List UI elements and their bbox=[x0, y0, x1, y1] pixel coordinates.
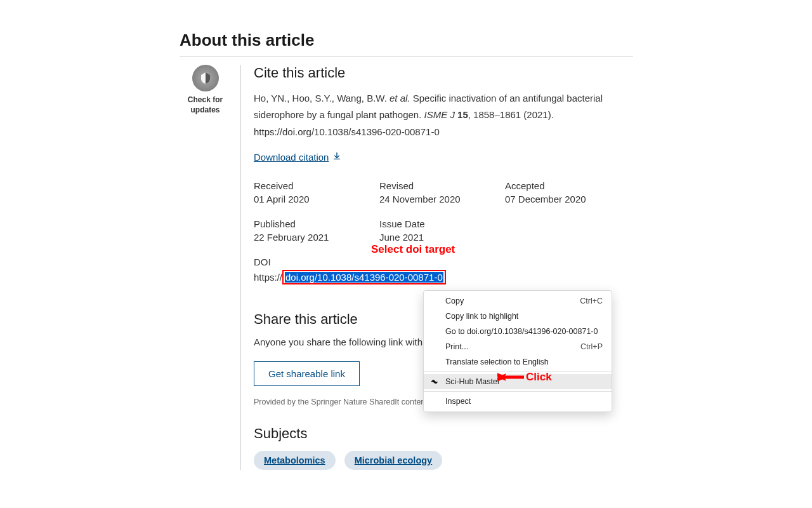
accepted-value: 07 December 2020 bbox=[505, 194, 631, 204]
citation-doi: https://doi.org/10.1038/s41396-020-00871… bbox=[254, 126, 440, 137]
doi-highlight-box: doi.org/10.1038/s41396-020-00871-0 bbox=[282, 270, 446, 284]
context-menu-copy-link-label: Copy link to highlight bbox=[445, 312, 518, 321]
citation-pages-year: , 1858–1861 (2021). bbox=[468, 109, 554, 120]
subject-microbial-ecology[interactable]: Microbial ecology bbox=[344, 451, 442, 470]
context-menu-inspect[interactable]: Inspect bbox=[424, 394, 612, 409]
context-menu-copy-shortcut: Ctrl+C bbox=[580, 297, 603, 305]
annotation-select-doi: Select doi target bbox=[371, 243, 455, 256]
doi-value[interactable]: https://doi.org/10.1038/s41396-020-00871… bbox=[254, 270, 633, 284]
context-menu-copy-label: Copy bbox=[445, 297, 464, 305]
download-citation-label: Download citation bbox=[254, 152, 329, 163]
get-shareable-link-button[interactable]: Get shareable link bbox=[254, 361, 360, 386]
revised-value: 24 November 2020 bbox=[379, 194, 505, 204]
subjects-heading: Subjects bbox=[254, 425, 633, 442]
context-menu-goto[interactable]: Go to doi.org/10.1038/s41396-020-00871-0 bbox=[424, 324, 612, 339]
context-menu-inspect-label: Inspect bbox=[445, 397, 471, 406]
received-label: Received bbox=[254, 180, 379, 191]
scihub-icon bbox=[429, 377, 440, 387]
doi-selected-text: doi.org/10.1038/s41396-020-00871-0 bbox=[285, 272, 443, 283]
context-menu-scihub-label: Sci-Hub Master bbox=[445, 377, 500, 386]
published-label: Published bbox=[254, 218, 379, 229]
doi-label: DOI bbox=[254, 257, 633, 267]
accepted-block: Accepted 07 December 2020 bbox=[505, 180, 631, 204]
context-menu-goto-label: Go to doi.org/10.1038/s41396-020-00871-0 bbox=[445, 327, 598, 336]
subject-metabolomics[interactable]: Metabolomics bbox=[254, 451, 336, 470]
issuedate-value: June 2021 bbox=[379, 232, 505, 243]
citation-journal: ISME J bbox=[424, 109, 455, 120]
context-menu-copy[interactable]: Copy Ctrl+C bbox=[424, 293, 612, 309]
cite-heading: Cite this article bbox=[254, 65, 633, 81]
citation-volume: 15 bbox=[457, 109, 468, 120]
divider bbox=[180, 57, 633, 57]
accepted-label: Accepted bbox=[505, 180, 631, 191]
revised-block: Revised 24 November 2020 bbox=[379, 180, 505, 204]
published-value: 22 February 2021 bbox=[254, 232, 379, 243]
about-heading: About this article bbox=[180, 30, 633, 50]
doi-prefix: https:// bbox=[254, 272, 282, 283]
received-block: Received 01 April 2020 bbox=[254, 180, 379, 204]
doi-row: Select doi target DOI https://doi.org/10… bbox=[254, 257, 633, 284]
context-menu: Copy Ctrl+C Copy link to highlight Go to… bbox=[423, 290, 612, 412]
issuedate-block: Issue Date June 2021 bbox=[379, 218, 505, 243]
citation-etal: et al. bbox=[390, 93, 410, 104]
download-citation-link[interactable]: Download citation bbox=[254, 152, 341, 163]
check-updates-label: Check for updates bbox=[180, 95, 231, 115]
context-menu-separator-2 bbox=[424, 391, 612, 392]
context-menu-print-shortcut: Ctrl+P bbox=[580, 342, 603, 351]
context-menu-scihub-master[interactable]: Sci-Hub Master bbox=[424, 374, 612, 389]
context-menu-translate-label: Translate selection to English bbox=[445, 358, 549, 366]
context-menu-translate[interactable]: Translate selection to English bbox=[424, 354, 612, 370]
issuedate-label: Issue Date bbox=[379, 218, 505, 229]
citation-text: Ho, YN., Hoo, S.Y., Wang, B.W. et al. Sp… bbox=[254, 90, 633, 140]
published-block: Published 22 February 2021 bbox=[254, 218, 379, 243]
received-value: 01 April 2020 bbox=[254, 194, 379, 204]
download-icon bbox=[332, 152, 341, 163]
context-menu-copy-link-highlight[interactable]: Copy link to highlight bbox=[424, 309, 612, 324]
check-updates-icon[interactable] bbox=[192, 65, 219, 91]
context-menu-print-label: Print... bbox=[445, 342, 468, 351]
context-menu-print[interactable]: Print... Ctrl+P bbox=[424, 339, 612, 354]
context-menu-separator bbox=[424, 371, 612, 372]
citation-authors: Ho, YN., Hoo, S.Y., Wang, B.W. bbox=[254, 93, 387, 104]
revised-label: Revised bbox=[379, 180, 505, 191]
